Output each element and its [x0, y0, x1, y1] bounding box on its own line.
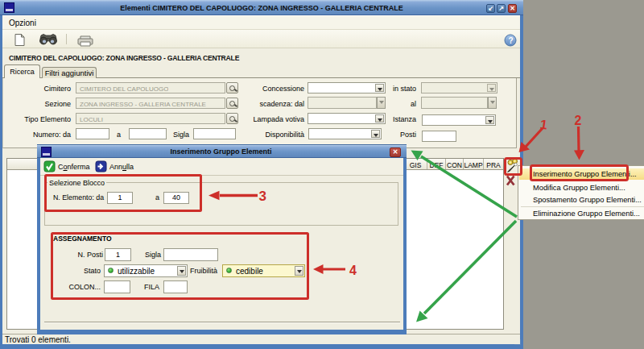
- svg-text:1: 1: [539, 117, 548, 131]
- svg-text:2: 2: [575, 114, 582, 127]
